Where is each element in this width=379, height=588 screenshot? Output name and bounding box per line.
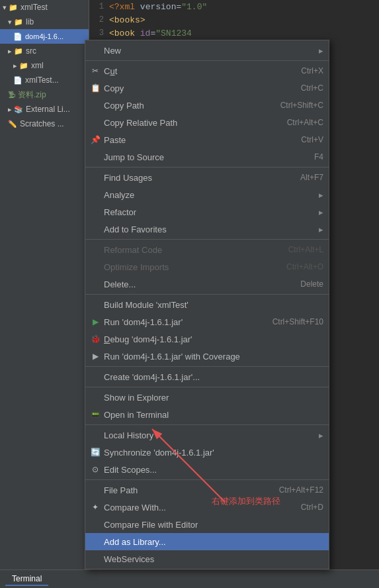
menu-item-compare-file-editor[interactable]: Compare File with Editor [85,516,329,533]
menu-item-refactor[interactable]: Refactor ▸ [85,203,329,220]
editor-line: 1 <?xml version="1.0" [89,0,379,13]
svg-line-1 [152,429,225,502]
menu-separator [85,60,329,61]
folder-icon: ▸ 📁 [8,47,23,56]
bottom-bar: Terminal [0,569,379,588]
jar-icon: 📄 [13,32,22,41]
library-icon: ▸ 📚 [8,105,23,114]
terminal-tab[interactable]: Terminal [5,573,48,586]
annotation-arrow [99,409,232,509]
menu-item-show-in-explorer[interactable]: Show in Explorer [85,389,329,406]
menu-item-add-to-favorites[interactable]: Add to Favorites ▸ [85,220,329,238]
file-tree-item-xmltest[interactable]: 📄 xmlTest... [0,73,89,87]
editor-line: 3 <book id="SN1234 [89,26,379,40]
menu-item-delete[interactable]: Delete... Delete [85,275,329,293]
file-tree-item-scratches[interactable]: ✏️ Scratches ... [0,117,89,131]
annotation-container: 右键添加到类路径 [212,495,280,507]
scratches-icon: ✏️ [8,120,17,128]
paste-icon: 📌 [89,135,101,144]
submenu-arrow: ▸ [319,190,323,200]
submenu-arrow: ▸ [319,46,323,56]
menu-item-find-usages[interactable]: Find Usages Alt+F7 [85,169,329,186]
file-tree-item-dom4j[interactable]: 📄 dom4j-1.6... [0,29,89,44]
menu-item-debug[interactable]: 🐞 Debug 'dom4j-1.6.1.jar' [85,330,329,348]
menu-item-run[interactable]: ▶ Run 'dom4j-1.6.1.jar' Ctrl+Shift+F10 [85,313,329,330]
menu-separator [85,387,329,387]
file-icon: 📄 [13,76,22,85]
file-tree-item-src[interactable]: ▸ 📁 src [0,44,89,58]
menu-item-webservices[interactable]: WebServices [85,550,329,567]
file-tree-item-xml[interactable]: ▸ 📁 xml [0,58,89,73]
debug-icon: 🐞 [89,334,101,344]
menu-item-build-module[interactable]: Build Module 'xmlTest' [85,296,329,313]
submenu-arrow: ▸ [319,430,323,440]
menu-item-copy[interactable]: 📋 Copy Ctrl+C [85,79,329,97]
menu-separator [85,366,329,367]
folder-icon: ▸ 📁 [13,62,28,70]
editor-line: 2 <books> [89,13,379,26]
menu-item-create-jar[interactable]: Create 'dom4j-1.6.1.jar'... [85,368,329,385]
folder-icon: ▾ 📁 [3,3,18,12]
file-tree-item-zip[interactable]: 🗜 资料.zip [0,87,89,102]
menu-separator [85,167,329,168]
menu-item-copy-path[interactable]: Copy Path Ctrl+Shift+C [85,97,329,114]
coverage-icon: ▶ [89,352,101,361]
menu-item-jump-to-source[interactable]: Jump to Source F4 [85,148,329,166]
menu-item-optimize-imports: Optimize Imports Ctrl+Alt+O [85,258,329,275]
file-tree-item-external[interactable]: ▸ 📚 External Li... [0,102,89,117]
menu-item-paste[interactable]: 📌 Paste Ctrl+V [85,131,329,148]
menu-item-analyze[interactable]: Analyze ▸ [85,186,329,203]
run-icon: ▶ [89,317,101,326]
menu-item-new[interactable]: New ▸ [85,42,329,59]
menu-separator [85,294,329,295]
menu-item-run-coverage[interactable]: ▶ Run 'dom4j-1.6.1.jar' with Coverage [85,348,329,365]
file-tree-item[interactable]: ▾ 📁 xmlTest [0,0,89,15]
menu-item-add-as-library[interactable]: Add as Library... [85,533,329,550]
menu-item-copy-relative-path[interactable]: Copy Relative Path Ctrl+Alt+C [85,114,329,131]
file-tree-item[interactable]: ▾ 📁 lib [0,15,89,29]
menu-separator [85,239,329,240]
menu-item-reformat-code: Reformat Code Ctrl+Alt+L [85,241,329,258]
cut-icon: ✂ [89,66,101,75]
submenu-arrow: ▸ [319,207,323,217]
copy-icon: 📋 [89,83,101,93]
zip-icon: 🗜 [8,91,15,99]
file-tree: ▾ 📁 xmlTest ▾ 📁 lib 📄 dom4j-1.6... ▸ 📁 s… [0,0,89,588]
submenu-arrow: ▸ [319,224,323,234]
folder-icon: ▾ 📁 [8,18,23,26]
menu-item-cut[interactable]: ✂ Cut Ctrl+X [85,62,329,79]
